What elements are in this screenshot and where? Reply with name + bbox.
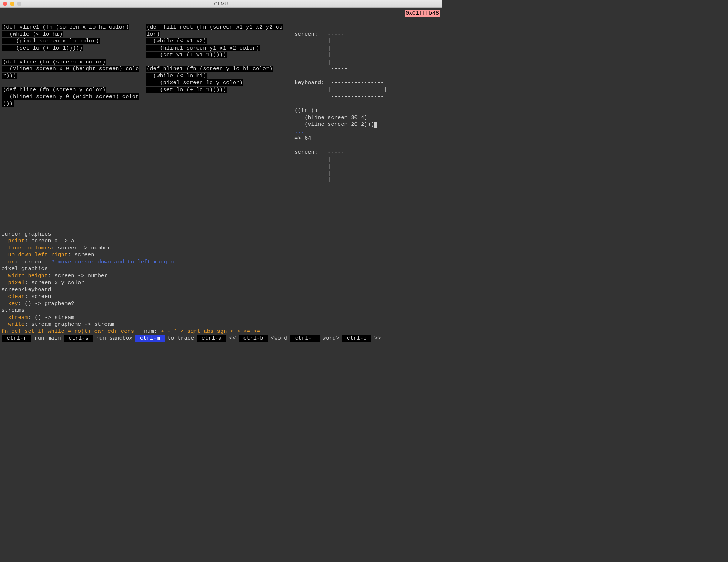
code-line: (while (< lo hi) <box>146 73 289 80</box>
code-line: (hline1 screen y 0 (width screen) color <box>2 93 146 100</box>
sandbox-line: | | <box>294 38 440 45</box>
code-line: (pixel screen lo y color) <box>146 79 289 87</box>
sandbox-line: | | <box>294 87 440 94</box>
help-item: cr: screen # move cursor down and to lef… <box>1 259 260 266</box>
sandbox-line: | | <box>294 59 440 66</box>
keybar-label: run main <box>34 335 61 342</box>
code-line: ))) <box>2 100 146 108</box>
code-line: r))) <box>2 73 146 80</box>
help-item: clear: screen <box>1 293 260 300</box>
app: (def vline1 (fn (screen x lo hi color) (… <box>0 8 442 342</box>
editor-column-1: (def vline1 (fn (screen x lo hi color) (… <box>2 24 146 107</box>
cursor <box>374 122 377 128</box>
help-item: lines columns: screen -> number <box>1 245 260 252</box>
repl-continuation: ... <box>294 128 440 135</box>
help-item: key: () -> grapheme? <box>1 300 260 308</box>
screen-label: screen: ----- <box>294 31 440 38</box>
sandbox-line: | | <box>294 45 440 52</box>
help-item: stream: () -> stream <box>1 314 260 321</box>
keyboard-label: keyboard: ---------------- <box>294 79 440 87</box>
code-line <box>146 59 289 66</box>
code-line: (set lo (+ lo 1))))) <box>146 87 289 94</box>
screen-border-line: | | <box>294 163 440 170</box>
keybar-label: to trace <box>168 335 194 342</box>
repl-input-line[interactable]: ((fn () <box>294 107 440 114</box>
keybar: ctrl-r run main ctrl-s run sandbox ctrl-… <box>0 335 442 342</box>
code-line: (def hline (fn (screen y color) <box>2 87 146 94</box>
window-title: QEMU <box>0 0 442 7</box>
repl-input-line[interactable]: (vline screen 20 2))) <box>294 121 440 128</box>
sandbox-pane[interactable]: 0x01fffb48 screen: ----- | | | | | | | |… <box>292 8 442 335</box>
code-line: (while (< lo hi) <box>2 31 146 38</box>
screen-border-line: | | <box>294 156 440 163</box>
code-line: (hline1 screen y1 x1 x2 color) <box>146 45 289 52</box>
help-section-title: pixel graphics <box>1 265 260 273</box>
keybar-key[interactable]: ctrl-e <box>342 335 371 342</box>
hline-output <box>332 169 349 169</box>
screen-output: screen: ----- | | | | | | | | ----- <box>294 149 440 191</box>
keybar-key[interactable]: ctrl-b <box>239 335 268 342</box>
sandbox-line: | | <box>294 52 440 59</box>
keybar-key[interactable]: ctrl-m <box>135 335 165 342</box>
code-line: (def vline (fn (screen x color) <box>2 59 146 66</box>
vline-output <box>339 155 339 184</box>
screen-border-line: ----- <box>294 184 440 191</box>
titlebar: QEMU <box>0 0 442 8</box>
repl-input-line[interactable]: (hline screen 30 4) <box>294 114 440 122</box>
help-fn-line: fn def set if while = no(t) car cdr cons… <box>1 328 260 335</box>
keybar-label: word> <box>323 335 339 342</box>
help-section-title: screen/keyboard <box>1 287 260 294</box>
code-line <box>2 79 146 87</box>
code-line: (vline1 screen x 0 (height screen) colo <box>2 66 146 73</box>
sandbox-line: ----- <box>294 66 440 73</box>
code-line: (def hline1 (fn (screen y lo hi color) <box>146 66 289 73</box>
keybar-label: run sandbox <box>96 335 132 342</box>
sandbox-line <box>294 100 440 108</box>
keybar-label: << <box>229 335 236 342</box>
code-line: (while (< y1 y2) <box>146 38 289 45</box>
keybar-label: <word <box>271 335 288 342</box>
keybar-key[interactable]: ctrl-r <box>2 335 31 342</box>
editor-column-2: (def fill_rect (fn (screen x1 y1 x2 y2 c… <box>146 24 289 107</box>
screen-border-line: | | <box>294 177 440 184</box>
help-item: up down left right: screen <box>1 252 260 259</box>
repl-result: => 64 <box>294 135 440 142</box>
keybar-label: >> <box>374 335 381 342</box>
keybar-key[interactable]: ctrl-a <box>197 335 226 342</box>
memory-address: 0x01fffb48 <box>405 10 440 17</box>
sandbox-line <box>294 73 440 80</box>
code-line: (def vline1 (fn (screen x lo hi color) <box>2 24 146 31</box>
help-section-title: cursor graphics <box>1 231 260 238</box>
help-panel: cursor graphics print: screen a -> a lin… <box>1 231 260 335</box>
code-line: (set y1 (+ y1 1))))) <box>146 52 289 59</box>
code-line <box>2 52 146 59</box>
help-item: print: screen a -> a <box>1 238 260 245</box>
keybar-key[interactable]: ctrl-f <box>290 335 319 342</box>
code-line: (pixel screen x lo color) <box>2 38 146 45</box>
code-line: lor) <box>146 31 289 38</box>
help-item: write: stream grapheme -> stream <box>1 321 260 328</box>
screen-border-line: | | <box>294 170 440 177</box>
code-line: (def fill_rect (fn (screen x1 y1 x2 y2 c… <box>146 24 289 31</box>
sandbox-line <box>294 142 440 149</box>
sandbox-line: ---------------- <box>294 93 440 100</box>
help-item: pixel: screen x y color <box>1 279 260 287</box>
screen-border-line: screen: ----- <box>294 149 440 156</box>
code-line: (set lo (+ lo 1))))) <box>2 45 146 52</box>
help-section-title: streams <box>1 307 260 314</box>
keybar-key[interactable]: ctrl-s <box>64 335 93 342</box>
help-item: width height: screen -> number <box>1 273 260 280</box>
